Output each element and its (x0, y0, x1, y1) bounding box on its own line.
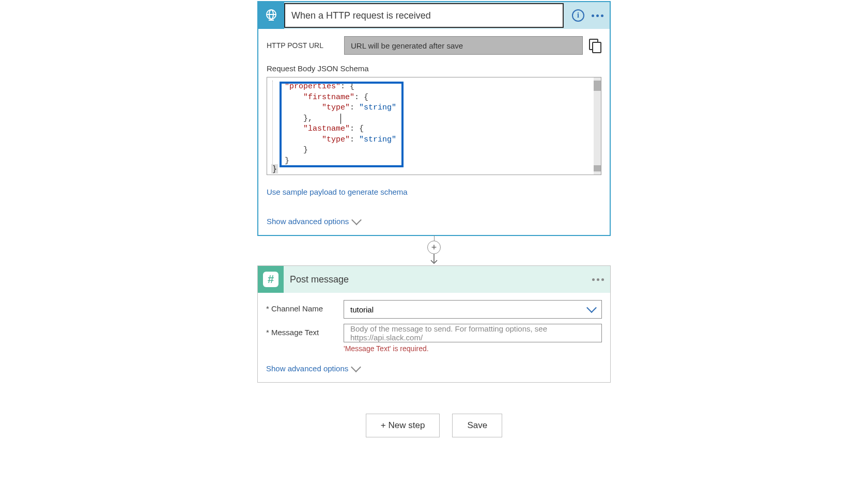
http-url-label: HTTP POST URL (267, 41, 339, 50)
scrollbar-thumb-top[interactable] (594, 81, 601, 91)
http-url-value: URL will be generated after save (344, 36, 583, 55)
trigger-body: HTTP POST URL URL will be generated afte… (258, 29, 610, 235)
save-button[interactable]: Save (452, 414, 502, 437)
show-advanced-options-link[interactable]: Show advanced options (266, 364, 602, 373)
hash-icon: # (263, 272, 278, 287)
text-cursor (340, 114, 341, 124)
new-step-button[interactable]: + New step (366, 414, 440, 437)
trigger-header[interactable]: When a HTTP request is received i (258, 2, 610, 29)
add-step-between-button[interactable]: + (427, 241, 441, 254)
chevron-down-icon (351, 362, 361, 372)
schema-editor[interactable]: "properties": { "firstname": { "type": "… (267, 77, 601, 175)
message-text-label: * Message Text (266, 324, 344, 337)
scrollbar-vertical[interactable] (594, 77, 601, 175)
slack-action-icon: # (258, 266, 284, 293)
action-title-wrap: Post message (284, 267, 585, 292)
code-guide-line (272, 81, 273, 171)
action-title: Post message (290, 274, 349, 285)
schema-code: "properties": { "firstname": { "type": "… (270, 80, 598, 166)
http-url-row: HTTP POST URL URL will be generated afte… (267, 36, 601, 55)
channel-name-value: tutorial (350, 305, 374, 314)
channel-name-label: * Channel Name (266, 300, 344, 313)
channel-name-select[interactable]: tutorial (344, 300, 602, 319)
show-advanced-options-link[interactable]: Show advanced options (267, 217, 601, 226)
chevron-down-icon (351, 215, 362, 225)
code-end-brace: } (271, 164, 278, 174)
schema-label: Request Body JSON Schema (267, 64, 601, 73)
action-header-actions (586, 278, 610, 281)
flow-connector: + (427, 235, 441, 265)
chevron-down-icon (586, 303, 597, 313)
channel-name-row: * Channel Name tutorial (266, 300, 602, 319)
message-text-input[interactable]: Body of the message to send. For formatt… (344, 324, 602, 342)
scrollbar-thumb-bottom[interactable] (594, 165, 601, 171)
advanced-label: Show advanced options (266, 364, 348, 373)
advanced-label: Show advanced options (267, 217, 349, 226)
use-sample-payload-link[interactable]: Use sample payload to generate schema (267, 187, 601, 196)
info-icon[interactable]: i (572, 9, 584, 22)
message-text-row: * Message Text Body of the message to se… (266, 324, 602, 353)
more-menu-icon[interactable] (592, 14, 603, 17)
connector-line-top (434, 235, 435, 241)
trigger-title-wrap: When a HTTP request is received (284, 3, 564, 28)
action-header[interactable]: # Post message (258, 266, 610, 293)
action-card: # Post message * Channel Name tutorial *… (257, 265, 611, 383)
copy-url-icon[interactable] (588, 39, 601, 52)
action-body: * Channel Name tutorial * Message Text B… (258, 293, 610, 382)
trigger-card: When a HTTP request is received i HTTP P… (257, 1, 611, 236)
http-trigger-icon (258, 2, 284, 29)
trigger-title: When a HTTP request is received (291, 10, 431, 21)
arrow-down-icon (429, 254, 439, 265)
bottom-button-row: + New step Save (366, 414, 502, 437)
trigger-header-actions: i (566, 9, 610, 22)
more-menu-icon[interactable] (592, 278, 604, 281)
message-text-error: 'Message Text' is required. (344, 344, 602, 353)
